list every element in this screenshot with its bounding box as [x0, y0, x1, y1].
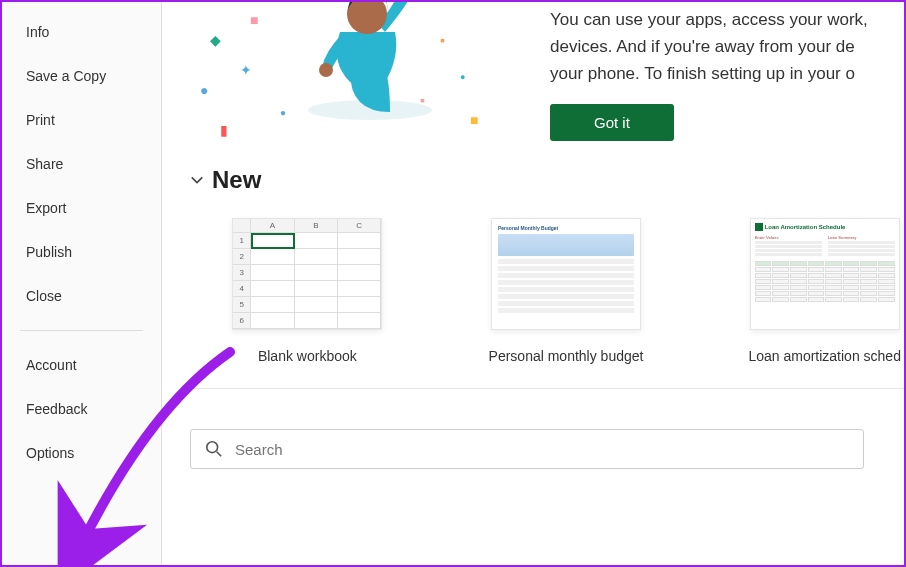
- sidebar-item-share[interactable]: Share: [2, 142, 161, 186]
- template-blank-workbook[interactable]: A B C 1 2 3 4 5 6 Blank workbook: [228, 218, 387, 364]
- welcome-banner: ◆ ■ ● ✦ ▪ ▪ ■ ▮ ● ● You can use your app…: [190, 2, 904, 142]
- search-input[interactable]: [235, 441, 849, 458]
- chevron-down-icon: [190, 173, 204, 187]
- svg-point-2: [319, 63, 333, 77]
- bank-icon: [755, 223, 763, 231]
- svg-point-3: [347, 2, 387, 34]
- template-thumbnail: Personal Monthly Budget: [491, 218, 641, 330]
- got-it-button[interactable]: Got it: [550, 104, 674, 141]
- new-section-header[interactable]: New: [190, 166, 904, 194]
- template-label: Blank workbook: [258, 348, 357, 364]
- template-label: Loan amortization sched: [748, 348, 901, 364]
- person-illustration-icon: [300, 2, 440, 122]
- sidebar: Info Save a Copy Print Share Export Publ…: [2, 2, 162, 565]
- sidebar-item-publish[interactable]: Publish: [2, 230, 161, 274]
- template-thumbnail: Loan Amortization Schedule Enter Values …: [750, 218, 900, 330]
- sidebar-item-print[interactable]: Print: [2, 98, 161, 142]
- section-title: New: [212, 166, 261, 194]
- sidebar-item-info[interactable]: Info: [2, 10, 161, 54]
- templates-row: A B C 1 2 3 4 5 6 Blank workbook Persona…: [190, 218, 904, 364]
- template-label: Personal monthly budget: [489, 348, 644, 364]
- template-loan-amortization[interactable]: Loan Amortization Schedule Enter Values …: [745, 218, 904, 364]
- banner-text: You can use your apps, access your work,…: [550, 6, 868, 88]
- sidebar-divider: [20, 330, 143, 331]
- sidebar-item-save-copy[interactable]: Save a Copy: [2, 54, 161, 98]
- divider: [190, 388, 904, 389]
- template-personal-budget[interactable]: Personal Monthly Budget Personal monthly…: [487, 218, 646, 364]
- main-content: ◆ ■ ● ✦ ▪ ▪ ■ ▮ ● ● You can use your app…: [162, 2, 904, 565]
- banner-illustration: ◆ ■ ● ✦ ▪ ▪ ■ ▮ ● ●: [190, 2, 510, 142]
- sidebar-item-feedback[interactable]: Feedback: [2, 387, 161, 431]
- banner-content: You can use your apps, access your work,…: [550, 2, 868, 141]
- sidebar-item-options[interactable]: Options: [2, 431, 161, 475]
- search-box[interactable]: [190, 429, 864, 469]
- sidebar-item-account[interactable]: Account: [2, 343, 161, 387]
- sidebar-item-close[interactable]: Close: [2, 274, 161, 318]
- svg-point-4: [207, 442, 218, 453]
- template-thumbnail: A B C 1 2 3 4 5 6: [232, 218, 382, 330]
- sidebar-item-export[interactable]: Export: [2, 186, 161, 230]
- search-icon: [205, 440, 223, 458]
- svg-line-5: [217, 452, 222, 457]
